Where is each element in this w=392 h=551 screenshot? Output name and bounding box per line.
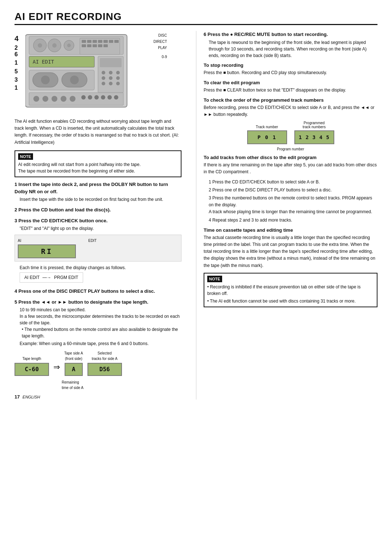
note2-bullet-1: • Recording is inhibited if the erasure … bbox=[207, 284, 374, 297]
num-1b: 1 bbox=[15, 85, 19, 91]
svg-point-39 bbox=[114, 95, 118, 100]
step-6-body: The tape is rewound to the beginning of … bbox=[209, 39, 377, 59]
svg-rect-12 bbox=[98, 40, 102, 43]
svg-point-34 bbox=[81, 95, 86, 100]
to-add-intro: If there is any time remaining on the ta… bbox=[204, 162, 377, 175]
num-2-6: 26 bbox=[15, 45, 19, 57]
step-2-header: 2 Press the CD button and load the disc(… bbox=[15, 206, 181, 214]
svg-point-25 bbox=[41, 76, 50, 84]
step-6-header: 6 Press the ● REC/REC MUTE button to sta… bbox=[204, 31, 377, 38]
device-diagram: 4 26 1 5 3 1 bbox=[15, 31, 167, 114]
svg-rect-11 bbox=[93, 40, 97, 43]
num-4: 4 bbox=[15, 35, 19, 42]
svg-point-5 bbox=[52, 43, 57, 48]
tape-col-2: Tape side A (front side) A bbox=[64, 351, 83, 376]
step-3-body: "EDIT" and "AI" light up on the display. bbox=[20, 225, 181, 232]
svg-rect-18 bbox=[93, 44, 97, 47]
step-6: 6 Press the ● REC/REC MUTE button to sta… bbox=[204, 31, 377, 59]
svg-rect-19 bbox=[98, 44, 102, 47]
step3-diagram-labels: AI EDIT bbox=[18, 238, 178, 243]
svg-point-33 bbox=[70, 96, 75, 102]
step-3: 3 Press the CD EDIT/CHECK button once. "… bbox=[15, 217, 181, 284]
tape-col-3: Selected tracks for side A D56 bbox=[87, 351, 122, 376]
tape-diagram: Tape length C-60 ⇒ Tape side A (front si… bbox=[15, 351, 181, 376]
step-5: 5 Press the ◄◄ or ►► button to designate… bbox=[15, 299, 181, 391]
svg-point-30 bbox=[42, 96, 48, 102]
tape-display-3: D56 bbox=[87, 363, 122, 376]
note-line-2: The tape must be recorded from the begin… bbox=[18, 168, 178, 174]
svg-point-7 bbox=[67, 44, 71, 47]
tape-label-1: Tape length bbox=[23, 356, 41, 361]
svg-rect-15 bbox=[114, 40, 119, 43]
step-5-body3: Example: When using a 60-minute tape, pr… bbox=[20, 340, 181, 347]
label-ai: AI bbox=[18, 238, 21, 243]
step3-display: RI bbox=[18, 244, 76, 258]
svg-point-38 bbox=[107, 95, 112, 100]
svg-rect-14 bbox=[109, 40, 113, 43]
to-stop-body: Press the ■ button. Recording and CD pla… bbox=[204, 69, 377, 76]
to-add-header: To add tracks from other discs to the ed… bbox=[204, 155, 377, 160]
step3-screen-area: RI bbox=[18, 244, 178, 258]
svg-rect-20 bbox=[103, 44, 108, 47]
svg-point-43 bbox=[109, 71, 113, 74]
label-0-9: 0-9 bbox=[154, 54, 167, 60]
flow-left: AI EDIT bbox=[24, 274, 40, 281]
prog-col-2: Programmed track numbers 1 2 3 4 5 bbox=[294, 121, 334, 144]
svg-point-46 bbox=[109, 76, 113, 80]
to-add-item-3: 3 Press the numbered buttons on the remo… bbox=[209, 195, 377, 216]
to-add-section: To add tracks from other discs to the ed… bbox=[204, 155, 377, 224]
label-edit: EDIT bbox=[88, 238, 97, 243]
note-title-1: NOTE bbox=[18, 153, 33, 160]
num-1: 1 bbox=[15, 60, 19, 66]
to-check-body: Before recording, press the CD EDIT/CHEC… bbox=[204, 104, 377, 118]
to-add-item-4: 4 Repeat steps 2 and 3 to add more track… bbox=[209, 217, 377, 224]
step-5-header: 5 Press the ◄◄ or ►► button to designate… bbox=[15, 299, 181, 306]
step-5-bullet1: • The numbered buttons on the remote con… bbox=[22, 326, 181, 339]
svg-point-44 bbox=[116, 71, 120, 74]
svg-point-37 bbox=[101, 95, 105, 100]
tape-arrow: ⇒ bbox=[53, 361, 60, 373]
to-add-item-2: 2 Press one of the DISC DIRECT PLAY butt… bbox=[209, 187, 377, 194]
flow-diagram: AI EDIT —→ PRGM EDIT bbox=[20, 272, 83, 283]
to-clear-header: To clear the edit program bbox=[204, 80, 377, 85]
note-line-1: AI edit recording will not start from a … bbox=[18, 161, 178, 168]
svg-point-36 bbox=[94, 95, 99, 100]
diagram-right-labels: DISC DIRECT PLAY 0-9 bbox=[154, 33, 167, 60]
svg-point-45 bbox=[102, 76, 105, 80]
svg-point-50 bbox=[116, 82, 120, 85]
to-stop-section: To stop recording Press the ■ button. Re… bbox=[204, 62, 377, 76]
svg-rect-16 bbox=[82, 44, 86, 47]
step-5-body2: In a few seconds, the microcomputer dete… bbox=[20, 313, 181, 326]
svg-rect-10 bbox=[87, 40, 91, 43]
time-section: Time on cassette tapes and editing time … bbox=[204, 227, 377, 269]
step-3-header: 3 Press the CD EDIT/CHECK button once. bbox=[15, 217, 181, 224]
svg-point-3 bbox=[38, 43, 42, 48]
step-4: 4 Press one of the DISC DIRECT PLAY butt… bbox=[15, 288, 181, 295]
page-title: AI EDIT RECORDING bbox=[15, 11, 377, 25]
tape-col-1: Tape length C-60 bbox=[15, 356, 49, 376]
note-box-1: NOTE AI edit recording will not start fr… bbox=[15, 150, 181, 178]
tape-label-2: Tape side A (front side) bbox=[64, 351, 83, 361]
prog-label-track: Track number bbox=[256, 125, 278, 129]
prog-col-1: Track number P 0 1 bbox=[247, 125, 287, 144]
svg-rect-17 bbox=[87, 44, 91, 47]
svg-point-35 bbox=[88, 95, 92, 100]
device-svg: AI EDIT bbox=[25, 31, 145, 111]
to-add-item-1: 1 Press the CD EDIT/CHECK button to sele… bbox=[209, 179, 377, 186]
to-check-header: To check the order of the programmed tra… bbox=[204, 97, 377, 103]
step-1: 1 Insert the tape into deck 2, and press… bbox=[15, 181, 181, 203]
step-1-body: Insert the tape with the side to be reco… bbox=[20, 196, 181, 203]
page-number-area: 17 ENGLISH bbox=[15, 394, 181, 400]
to-stop-header: To stop recording bbox=[204, 62, 377, 68]
svg-point-47 bbox=[116, 76, 120, 80]
step3-diagram: AI EDIT RI bbox=[15, 235, 181, 262]
label-direct: DIRECT bbox=[154, 39, 167, 44]
right-column: 6 Press the ● REC/REC MUTE button to sta… bbox=[196, 31, 377, 400]
device-svg-wrapper: AI EDIT bbox=[25, 31, 145, 111]
prog-diagram: Track number P 0 1 Programmed track numb… bbox=[204, 121, 377, 144]
svg-point-29 bbox=[33, 96, 39, 102]
step-5-body1: 10 to 99 minutes can be specified. bbox=[20, 307, 181, 313]
svg-rect-13 bbox=[103, 40, 108, 43]
note2-bullet-2: • The AI edit function cannot be used wi… bbox=[207, 298, 374, 304]
language-label: ENGLISH bbox=[23, 395, 40, 399]
